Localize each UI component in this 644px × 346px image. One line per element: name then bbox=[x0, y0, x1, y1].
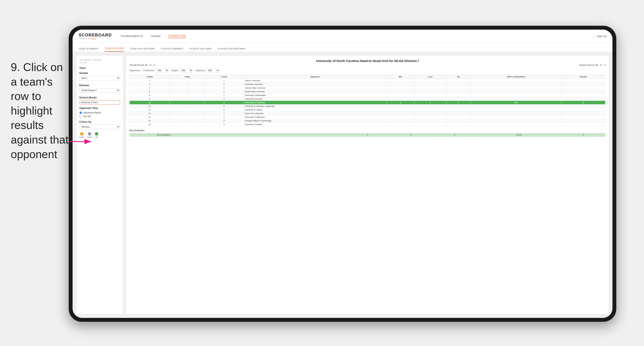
table-cell bbox=[414, 104, 446, 108]
table-cell: - bbox=[170, 90, 205, 93]
colour-by-label: Colour by bbox=[79, 120, 120, 123]
table-row[interactable]: 9-3University of Arizona bbox=[130, 97, 605, 101]
col-conf: # Conf bbox=[205, 75, 243, 79]
table-cell: 2 bbox=[205, 83, 243, 86]
table-cell: 4 bbox=[130, 86, 170, 90]
table-cell bbox=[414, 86, 446, 90]
table-cell: University of Alabama bbox=[243, 101, 387, 104]
logo-area: SCOREBOARD Powered by clippd bbox=[78, 33, 112, 40]
division-dropdown[interactable]: NCAA Division I bbox=[79, 88, 120, 93]
tablet-frame: SCOREBOARD Powered by clippd TOURNAMENTS… bbox=[69, 26, 616, 322]
table-cell bbox=[470, 97, 562, 101]
table-row[interactable]: 16-3University of Florida bbox=[130, 123, 605, 126]
table-cell: 12 bbox=[130, 108, 170, 112]
table-row[interactable]: 4-1Arizona State University bbox=[130, 86, 605, 90]
table-cell bbox=[387, 83, 414, 86]
table-cell: 6 bbox=[205, 104, 243, 108]
table-cell: 0 bbox=[414, 101, 446, 104]
table-cell: 3 bbox=[130, 83, 170, 86]
gender-dropdown[interactable]: Men's bbox=[79, 76, 120, 80]
table-cell bbox=[387, 97, 414, 101]
table-row[interactable]: 12-3University of Virginia bbox=[130, 108, 605, 112]
table-row[interactable]: 11-6University of Arkansas, Fayetteville bbox=[130, 104, 605, 108]
table-cell: 6 bbox=[130, 90, 170, 93]
records-row: Overall Record: 89 - 17 - 0 Division Rec… bbox=[130, 64, 605, 66]
col-rank: # Rank bbox=[130, 75, 170, 79]
table-row[interactable]: 3-2Vanderbilt University bbox=[130, 83, 605, 86]
out-div-label: NCAA Division II bbox=[156, 133, 346, 137]
out-div-row[interactable]: NCAA Division II 1 0 0 26.00 3 bbox=[130, 133, 605, 137]
sub-nav-team-h2h-heatmap[interactable]: TEAM H2H HEATMAP bbox=[130, 47, 155, 52]
sub-nav-team-h2h-grid[interactable]: TEAM H2H GRID bbox=[104, 47, 124, 52]
table-cell: 10 bbox=[130, 101, 170, 104]
sub-nav: TEAM SUMMARY TEAM H2H GRID TEAM H2H HEAT… bbox=[72, 43, 612, 52]
table-cell: Auburn University bbox=[243, 79, 387, 83]
table-row[interactable]: 2-1Auburn University bbox=[130, 79, 605, 83]
radio-opponents-played[interactable]: Opponents Played bbox=[79, 111, 120, 114]
table-row[interactable]: 8-2University of Washington bbox=[130, 93, 605, 97]
table-cell bbox=[562, 104, 605, 108]
table-cell bbox=[562, 123, 605, 126]
table-cell bbox=[470, 93, 562, 97]
table-cell bbox=[446, 104, 470, 108]
out-div-win: 1 bbox=[346, 133, 389, 137]
out-of-division: Out of division NCAA Division II 1 bbox=[130, 129, 605, 137]
table-cell bbox=[414, 97, 446, 101]
table-cell bbox=[470, 86, 562, 90]
table-cell: 2 bbox=[205, 115, 243, 119]
table-cell: Vanderbilt University bbox=[243, 83, 387, 86]
region-select[interactable]: (All) bbox=[179, 68, 193, 72]
radio-top100[interactable]: Top 100 bbox=[79, 115, 120, 118]
conference-filter: Conference (All) bbox=[143, 68, 169, 72]
table-cell: - bbox=[170, 93, 205, 97]
table-cell: 3 bbox=[205, 108, 243, 112]
logo-sub: Powered by clippd bbox=[78, 37, 112, 40]
table-cell bbox=[387, 79, 414, 83]
table-cell: - bbox=[170, 108, 205, 112]
main-content: Last Updated: 27/03/2024 16:55:38 Team G… bbox=[72, 52, 612, 318]
table-cell bbox=[387, 86, 414, 90]
out-div-tie: 0 bbox=[433, 133, 476, 137]
table-cell: - bbox=[170, 123, 205, 126]
table-cell bbox=[446, 119, 470, 123]
nav-tournaments[interactable]: TOURNAMENTS bbox=[120, 34, 143, 38]
table-cell: 2 bbox=[130, 79, 170, 83]
out-of-division-title: Out of division bbox=[130, 129, 605, 132]
table-cell bbox=[387, 123, 414, 126]
table-cell bbox=[446, 83, 470, 86]
sub-nav-player-h2h-grid[interactable]: PLAYER H2H GRID bbox=[190, 47, 212, 52]
sub-nav-player-summary[interactable]: PLAYER SUMMARY bbox=[161, 47, 184, 52]
down-dot bbox=[80, 132, 84, 136]
table-cell bbox=[470, 119, 562, 123]
table-row[interactable]: 6-2Florida State University bbox=[130, 90, 605, 93]
nav-links: TOURNAMENTS TEAMS COMMITTEE bbox=[120, 34, 594, 38]
data-table: # Rank # Reg # Conf Opponent Win Loss Ti… bbox=[130, 75, 605, 126]
out-div-loss: 0 bbox=[389, 133, 433, 137]
table-cell bbox=[414, 83, 446, 86]
nav-teams[interactable]: TEAMS bbox=[150, 34, 160, 38]
table-cell bbox=[562, 90, 605, 93]
table-row[interactable]: 15-4Georgia Institute of Technology bbox=[130, 119, 605, 123]
table-cell: - bbox=[170, 86, 205, 90]
out-of-division-table: NCAA Division II 1 0 0 26.00 3 bbox=[130, 133, 605, 137]
table-row[interactable]: 14-2University of Oklahoma bbox=[130, 115, 605, 119]
conference-select[interactable]: (All) bbox=[155, 68, 169, 72]
grid-area: University of North Carolina Head-to-Hea… bbox=[126, 55, 609, 315]
table-wrapper: # Rank # Reg # Conf Opponent Win Loss Ti… bbox=[130, 75, 605, 137]
nav-committee[interactable]: COMMITTEE bbox=[168, 34, 186, 38]
table-row[interactable]: 10-5University of Alabama3002.618 bbox=[130, 101, 605, 104]
table-cell: 1 bbox=[205, 86, 243, 90]
colour-by-dropdown[interactable]: Win/loss bbox=[79, 125, 120, 129]
table-row[interactable]: 13-1Texas Tech University bbox=[130, 112, 605, 115]
table-cell bbox=[470, 79, 562, 83]
sign-out-link[interactable]: Sign out bbox=[597, 35, 606, 38]
table-cell: 2.61 bbox=[470, 101, 562, 104]
filters-row: Opponents: Conference (All) Region (All) bbox=[130, 68, 605, 72]
table-cell: - bbox=[170, 115, 205, 119]
table-cell: 1 bbox=[205, 79, 243, 83]
legend-level: Level bbox=[87, 132, 92, 138]
table-cell bbox=[446, 90, 470, 93]
sub-nav-player-h2h-heatmap[interactable]: PLAYER H2H HEATMAP bbox=[218, 47, 245, 52]
sub-nav-team-summary[interactable]: TEAM SUMMARY bbox=[78, 47, 98, 52]
opponent-select[interactable]: (All) bbox=[206, 68, 220, 72]
